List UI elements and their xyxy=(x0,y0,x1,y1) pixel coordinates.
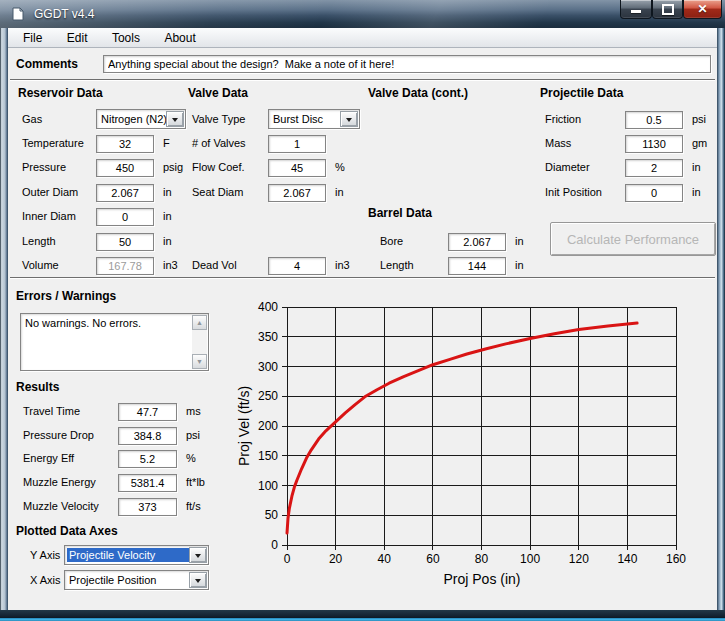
x-axis-combo-value: Projectile Position xyxy=(67,573,189,587)
reservoir-length-unit: in xyxy=(163,235,172,247)
outer-diam-input[interactable] xyxy=(96,184,154,202)
flow-coef-input[interactable] xyxy=(268,159,326,177)
gas-combo[interactable]: Nitrogen (N2) xyxy=(96,109,186,129)
pressure-unit: psig xyxy=(163,161,183,173)
volume-label: Volume xyxy=(22,259,59,271)
temperature-input[interactable] xyxy=(96,135,154,153)
barrel-length-input[interactable] xyxy=(448,257,506,275)
barrel-data-title: Barrel Data xyxy=(368,206,432,220)
mass-input[interactable] xyxy=(625,135,683,153)
flow-coef-unit: % xyxy=(335,161,345,173)
menu-file[interactable]: File xyxy=(13,28,52,48)
seat-diam-unit: in xyxy=(335,186,344,198)
gas-combo-value: Nitrogen (N2) xyxy=(99,112,166,126)
flow-coef-label: Flow Coef. xyxy=(192,161,245,173)
seat-diam-input[interactable] xyxy=(268,184,326,202)
plotted-data-axes-title: Plotted Data Axes xyxy=(16,524,118,538)
barrel-length-label: Length xyxy=(380,259,414,271)
temperature-label: Temperature xyxy=(22,137,84,149)
errors-textarea[interactable]: No warnings. No errors. ▲ ▼ xyxy=(20,313,209,371)
chevron-down-glyph xyxy=(346,118,352,125)
y-axis-combo[interactable]: Projectile Velocity xyxy=(64,545,209,565)
svg-text:0: 0 xyxy=(271,538,278,552)
dead-vol-input[interactable] xyxy=(268,257,326,275)
muzzle-velocity-value[interactable] xyxy=(118,498,177,516)
application-window: GGDT v4.4 ✕ File Edit Tools About Commen… xyxy=(0,0,725,621)
dead-vol-label: Dead Vol xyxy=(192,259,237,271)
num-valves-input[interactable] xyxy=(268,135,326,153)
title-bar[interactable]: GGDT v4.4 ✕ xyxy=(0,0,725,29)
reservoir-length-input[interactable] xyxy=(96,233,154,251)
minimize-button[interactable] xyxy=(620,0,652,19)
num-valves-label: # of Valves xyxy=(192,137,246,149)
inner-diam-label: Inner Diam xyxy=(22,210,76,222)
bore-input[interactable] xyxy=(448,233,506,251)
gas-label: Gas xyxy=(22,113,42,125)
valve-data-cont-title: Valve Data (cont.) xyxy=(368,86,468,100)
menu-edit[interactable]: Edit xyxy=(57,28,98,48)
mass-unit: gm xyxy=(692,137,707,149)
chevron-down-icon[interactable] xyxy=(189,547,207,563)
scroll-down-icon[interactable]: ▼ xyxy=(192,354,207,369)
pressure-drop-value[interactable] xyxy=(118,427,177,445)
init-position-unit: in xyxy=(692,186,701,198)
svg-text:250: 250 xyxy=(258,389,278,403)
client-area: Comments Reservoir Data Valve Data Valve… xyxy=(8,48,717,610)
y-axis-combo-value: Projectile Velocity xyxy=(67,548,189,562)
svg-text:160: 160 xyxy=(666,552,686,566)
mass-label: Mass xyxy=(545,137,571,149)
svg-text:300: 300 xyxy=(258,360,278,374)
comments-label: Comments xyxy=(16,57,78,71)
maximize-button[interactable] xyxy=(652,0,683,19)
friction-label: Friction xyxy=(545,113,581,125)
svg-text:0: 0 xyxy=(284,552,291,566)
diameter-input[interactable] xyxy=(625,159,683,177)
calculate-performance-button[interactable]: Calculate Performance xyxy=(550,222,716,256)
muzzle-energy-value[interactable] xyxy=(118,474,177,492)
minimize-icon xyxy=(631,10,641,13)
x-axis-combo[interactable]: Projectile Position xyxy=(64,570,209,590)
travel-time-value[interactable] xyxy=(118,403,177,421)
friction-unit: psi xyxy=(692,113,706,125)
scroll-up-icon[interactable]: ▲ xyxy=(192,315,207,330)
app-icon xyxy=(11,7,25,21)
pressure-input[interactable] xyxy=(96,159,154,177)
chevron-down-icon[interactable] xyxy=(340,111,358,127)
energy-eff-label: Energy Eff xyxy=(23,452,74,464)
errors-scrollbar[interactable]: ▲ ▼ xyxy=(192,315,207,369)
svg-text:120: 120 xyxy=(569,552,589,566)
svg-text:400: 400 xyxy=(258,300,278,314)
close-button[interactable]: ✕ xyxy=(683,0,722,19)
chevron-down-icon[interactable] xyxy=(166,111,184,127)
bore-label: Bore xyxy=(380,235,403,247)
outer-diam-label: Outer Diam xyxy=(22,186,78,198)
volume-input[interactable] xyxy=(96,257,154,275)
volume-unit: in3 xyxy=(163,259,178,271)
window-title: GGDT v4.4 xyxy=(34,7,94,21)
comments-input[interactable] xyxy=(103,55,711,73)
menu-tools[interactable]: Tools xyxy=(102,28,150,48)
inner-diam-input[interactable] xyxy=(96,208,154,226)
close-icon: ✕ xyxy=(697,3,707,15)
pressure-label: Pressure xyxy=(22,161,66,173)
outer-diam-unit: in xyxy=(163,186,172,198)
travel-time-unit: ms xyxy=(186,405,201,417)
svg-text:350: 350 xyxy=(258,330,278,344)
diameter-label: Diameter xyxy=(545,161,590,173)
reservoir-data-title: Reservoir Data xyxy=(18,86,103,100)
friction-input[interactable] xyxy=(625,111,683,129)
energy-eff-value[interactable] xyxy=(118,450,177,468)
valve-type-combo-value: Burst Disc xyxy=(271,112,340,126)
chevron-down-icon[interactable] xyxy=(189,572,207,588)
valve-type-label: Valve Type xyxy=(192,113,245,125)
x-axis-label: X Axis xyxy=(30,574,61,586)
menu-about[interactable]: About xyxy=(154,28,205,48)
bore-unit: in xyxy=(515,235,524,247)
performance-chart: 0204060801001201401600501001502002503003… xyxy=(235,290,721,612)
errors-text: No warnings. No errors. xyxy=(25,317,190,329)
valve-type-combo[interactable]: Burst Disc xyxy=(268,109,360,129)
init-position-input[interactable] xyxy=(625,184,683,202)
valve-data-title: Valve Data xyxy=(188,86,248,100)
travel-time-label: Travel Time xyxy=(23,405,80,417)
muzzle-velocity-unit: ft/s xyxy=(186,500,201,512)
